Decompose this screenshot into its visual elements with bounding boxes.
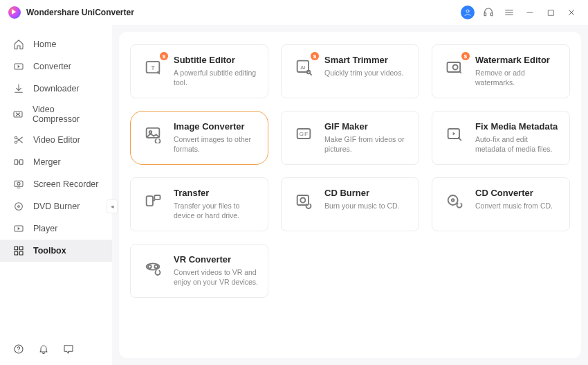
tool-title: Fix Media Metadata [475, 121, 560, 132]
help-button[interactable] [12, 343, 25, 355]
sidebar-collapse-button[interactable]: ◂ [107, 199, 118, 213]
sidebar-item-player[interactable]: Player [0, 217, 112, 240]
sidebar-item-merger[interactable]: Merger [0, 151, 112, 173]
minimize-icon [525, 8, 535, 17]
vr-converter-icon [140, 254, 165, 279]
svg-point-50 [448, 195, 458, 205]
sidebar-item-downloader[interactable]: Downloader [0, 78, 112, 100]
sidebar-item-video-editor[interactable]: Video Editor [0, 129, 112, 151]
bell-icon [38, 344, 49, 355]
scissors-icon [12, 134, 25, 146]
minimize-button[interactable] [522, 4, 538, 21]
sidebar-footer [0, 333, 112, 365]
svg-rect-47 [154, 195, 160, 199]
svg-point-32 [19, 351, 19, 352]
player-icon [12, 222, 25, 235]
gif-maker-icon: GIF [291, 121, 316, 146]
sidebar-item-video-compressor[interactable]: Video Compressor [0, 100, 112, 129]
sidebar-item-converter[interactable]: Converter [0, 55, 112, 78]
help-icon [13, 344, 24, 355]
main-area: T$Subtitle EditorA powerful subtitle edi… [112, 25, 588, 365]
menu-button[interactable] [501, 4, 517, 21]
tool-cd-burner[interactable]: CD BurnerBurn your music to CD. [281, 177, 419, 231]
cd-burner-icon [291, 188, 316, 213]
tool-transfer[interactable]: TransferTransfer your files to device or… [130, 177, 268, 231]
chevron-left-icon: ◂ [111, 203, 114, 210]
sidebar-item-label: Player [33, 224, 57, 233]
tool-vr-converter[interactable]: VR ConverterConvert videos to VR and enj… [130, 244, 268, 298]
toolbox-panel: T$Subtitle EditorA powerful subtitle edi… [119, 32, 581, 358]
svg-text:AI: AI [300, 64, 305, 71]
tool-description: Transfer your files to device or hard dr… [174, 201, 258, 220]
tool-description: Convert music from CD. [475, 201, 553, 211]
tool-title: GIF Maker [324, 121, 409, 132]
svg-text:GIF: GIF [300, 131, 309, 137]
sidebar-item-label: Screen Recorder [33, 179, 99, 189]
tool-description: A powerful subtitle editing tool. [174, 68, 258, 87]
premium-badge: $ [311, 52, 319, 60]
close-button[interactable] [563, 4, 580, 21]
svg-point-41 [149, 131, 152, 134]
app-logo-icon [8, 6, 21, 19]
download-icon [12, 82, 25, 95]
user-avatar-icon [461, 6, 475, 19]
account-button[interactable] [459, 4, 476, 21]
headset-icon [483, 7, 494, 18]
chat-icon [63, 344, 74, 355]
tool-gif-maker[interactable]: GIFGIF MakerMake GIF from videos or pict… [281, 111, 419, 165]
feedback-button[interactable] [62, 343, 75, 355]
sidebar-item-screen-recorder[interactable]: Screen Recorder [0, 173, 112, 195]
svg-rect-30 [19, 251, 23, 255]
tool-watermark-editor[interactable]: $Watermark EditorRemove or add watermark… [432, 44, 570, 98]
svg-point-49 [300, 198, 305, 203]
app-title: Wondershare UniConverter [26, 8, 134, 17]
support-button[interactable] [480, 4, 497, 21]
home-icon [12, 38, 25, 51]
sidebar-item-toolbox[interactable]: Toolbox [0, 240, 112, 262]
sidebar-item-label: Converter [33, 62, 71, 71]
sidebar-item-label: Downloader [33, 84, 80, 94]
tool-description: Convert images to other formats. [174, 134, 258, 154]
hamburger-icon [504, 7, 515, 18]
svg-rect-29 [15, 251, 18, 255]
svg-point-52 [148, 265, 151, 269]
tool-image-converter[interactable]: Image ConverterConvert images to other f… [130, 111, 268, 165]
svg-rect-46 [147, 196, 153, 206]
dvd-icon [12, 200, 25, 213]
sidebar-item-label: Video Editor [33, 135, 80, 145]
svg-marker-26 [18, 227, 20, 230]
svg-point-51 [452, 199, 454, 202]
titlebar: Wondershare UniConverter [0, 0, 588, 25]
svg-point-21 [17, 182, 20, 185]
tool-description: Remove or add watermarks. [475, 68, 560, 87]
svg-rect-7 [548, 10, 553, 15]
tool-title: Image Converter [174, 121, 258, 132]
sidebar-item-label: Video Compressor [33, 105, 100, 124]
tool-cd-converter[interactable]: CD ConverterConvert music from CD. [432, 177, 570, 231]
sidebar-item-dvd-burner[interactable]: DVD Burner [0, 195, 112, 217]
merger-icon [12, 156, 25, 168]
svg-point-39 [453, 65, 458, 70]
tool-smart-trimmer[interactable]: AI$Smart TrimmerQuickly trim your videos… [281, 44, 419, 98]
tool-subtitle-editor[interactable]: T$Subtitle EditorA powerful subtitle edi… [130, 44, 268, 98]
svg-point-53 [154, 265, 158, 269]
toolbox-icon [12, 244, 25, 257]
maximize-icon [546, 8, 555, 17]
tool-title: CD Converter [475, 188, 553, 198]
tool-fix-media-metadata[interactable]: Fix Media MetadataAuto-fix and edit meta… [432, 111, 570, 165]
transfer-icon [140, 188, 165, 213]
smart-trimmer-icon: AI$ [291, 55, 316, 80]
svg-rect-17 [15, 160, 18, 165]
subtitle-editor-icon: T$ [140, 55, 165, 80]
maximize-button[interactable] [542, 4, 559, 21]
svg-text:T: T [151, 64, 155, 71]
svg-point-23 [15, 203, 23, 211]
notifications-button[interactable] [37, 343, 50, 355]
sidebar-item-label: Toolbox [33, 246, 66, 256]
svg-rect-27 [15, 247, 18, 250]
fix-metadata-icon [442, 121, 467, 146]
tool-description: Auto-fix and edit metadata of media file… [475, 134, 560, 154]
sidebar-item-home[interactable]: Home [0, 33, 112, 55]
tool-title: VR Converter [174, 254, 258, 265]
svg-rect-18 [19, 160, 23, 165]
